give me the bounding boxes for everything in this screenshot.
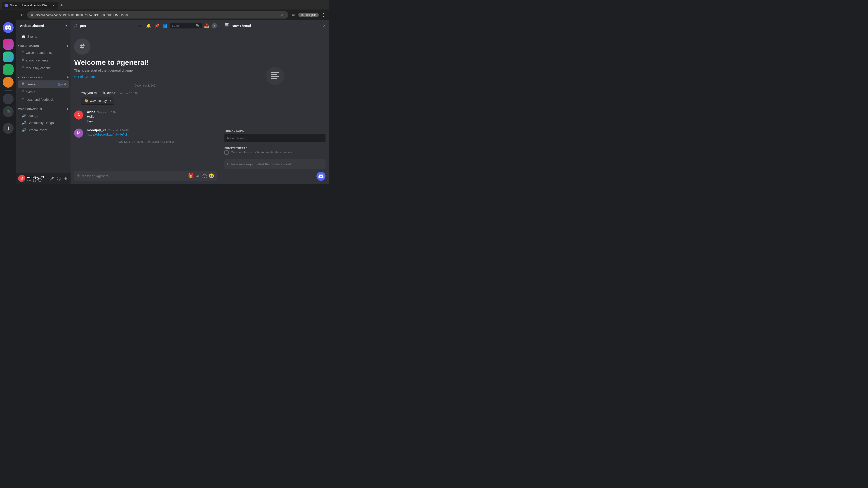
tab-close-button[interactable]: × [52,4,55,7]
server-icon-2[interactable] [3,52,13,62]
channel-name: ideas-and-feedback [26,98,54,101]
server-divider-3 [4,120,12,120]
thread-message-input[interactable] [224,159,326,169]
thread-submit-area [224,172,326,181]
private-thread-checkbox[interactable] [224,151,228,155]
server-icon-4[interactable] [3,77,13,88]
message-author: moodjoy_71 [87,128,107,132]
category-voice-channels-add[interactable]: + [66,107,69,111]
channel-general[interactable]: # general 👤+ ⚙ [18,80,69,88]
thread-large-icon [266,67,284,85]
tab-favicon [4,4,8,7]
message-anna: A Anna Today at 1:13 AM Hello! Hey [70,106,221,125]
server-icon-1[interactable] [3,39,13,50]
threads-button[interactable] [137,23,144,29]
discord-invite-link[interactable]: https://discord.gg/fffHHeY2 [87,132,127,136]
category-text-channels[interactable]: ▾ TEXT CHANNELS + [16,72,70,80]
download-button[interactable]: ⬇ [3,123,13,134]
split-screen-icon[interactable]: ⧉ [290,12,297,18]
channel-intro: # Welcome to #general! This is the start… [70,35,221,80]
channel-name: general [26,83,36,86]
back-button[interactable]: ‹ [3,12,9,18]
user-panel: M moodjoy_71 moodjoy71_0... 🎤 🎧 ⚙ [16,173,70,184]
events-icon: 📅 [22,35,26,38]
url-display: discord.com/channels/1182362010067935253… [35,13,277,17]
thread-close-button[interactable]: × [323,23,326,28]
chat-input-box: + 🎁 GIF 🖼 😀 [74,171,217,181]
join-arrow-icon: → [74,95,78,100]
user-info: moodjoy_71 moodjoy71_0... [27,175,47,182]
refresh-button[interactable]: ↻ [19,12,25,18]
speaker-icon: 🔊 [22,113,26,118]
server-header[interactable]: Artists Discord ▾ [16,20,70,31]
settings-icon[interactable]: ⚙ [64,83,67,86]
channel-this-is-my-channel[interactable]: # this-is-my-channel [18,64,69,72]
sticker-button[interactable]: 🖼 [202,173,207,178]
system-timestamp: Today at 1:12 AM [119,92,138,94]
channel-welcome-and-rules[interactable]: # welcome-and-rules [18,49,69,56]
moodjoy-message-content: moodjoy_71 Today at 11:28 PM https://dis… [87,128,217,138]
deafen-button[interactable]: 🎧 [56,175,62,182]
pin-button[interactable]: 📌 [154,23,160,29]
message-timestamp: Today at 1:13 AM [97,111,116,113]
chat-header: # gen 🔔 📌 👥 Search 🔍 📥 ? [70,20,221,31]
chat-input-area: + 🎁 GIF 🖼 😀 [70,171,221,184]
notifications-button[interactable]: 🔔 [146,23,152,29]
channel-ideas-and-feedback[interactable]: # ideas-and-feedback [18,96,69,103]
add-member-icon[interactable]: 👤+ [57,83,63,86]
channel-intro-title: Welcome to #general! [74,58,217,67]
discord-home-icon[interactable] [3,22,13,33]
inbox-button[interactable]: 📥 [204,23,210,29]
channel-events[interactable]: # events [18,88,69,96]
voice-channel-stream-room[interactable]: 🔊 Stream Room [18,127,69,133]
search-box[interactable]: Search 🔍 [170,23,202,29]
server-icon-3[interactable] [3,64,13,75]
browser-menu-button[interactable]: ⋮ [320,11,327,18]
sidebar: Artists Discord ▾ 📅 Events ▾ INFORMATION… [16,20,70,184]
speaker-icon: 🔊 [22,128,26,132]
mute-button[interactable]: 🎤 [49,175,55,182]
add-message-button[interactable]: + [77,173,80,179]
user-panel-actions: 🎤 🎧 ⚙ [49,175,69,182]
forward-button[interactable]: › [11,12,17,18]
edit-channel-button[interactable]: ✏ Edit Channel [74,75,96,78]
emoji-button[interactable]: 😀 [209,173,214,178]
sidebar-events-item[interactable]: 📅 Events [18,33,69,40]
help-button[interactable]: ? [212,23,217,29]
thread-name-input[interactable] [224,134,326,142]
server-divider-2 [4,90,12,91]
wave-button[interactable]: 👋 Wave to say hi! [81,97,114,105]
category-information[interactable]: ▾ INFORMATION + [16,40,70,49]
active-tab[interactable]: Discord | #general | Artists Disc... × [2,2,58,9]
gif-button[interactable]: GIF [195,174,200,177]
edit-icon: ✏ [74,75,77,78]
incognito-button[interactable]: 🕵 Incognito [298,13,319,17]
invite-banner: YOU SENT AN INVITE TO JOIN A SERVER [70,138,221,145]
user-settings-button[interactable]: ⚙ [62,175,69,182]
private-thread-label: PRIVATE THREAD [224,147,248,150]
server-name: Artists Discord [20,24,44,28]
discord-app: + ⊕ ⬇ Artists Discord ▾ 📅 Events ▾ INFOR… [0,20,329,184]
wave-emoji: 👋 [84,99,88,103]
date-line-right [158,86,217,86]
gift-button[interactable]: 🎁 [188,173,194,178]
message-input[interactable] [82,174,186,178]
browser-chrome: Discord | #general | Artists Disc... × +… [0,0,329,20]
voice-channel-community-hangout[interactable]: 🔊 Community Hangout [18,119,69,126]
tab-bar: Discord | #general | Artists Disc... × + [0,0,329,9]
private-thread-label-text: PRIVATE THREAD [224,147,248,150]
new-tab-button[interactable]: + [58,2,65,8]
category-text-channels-add[interactable]: + [66,75,69,79]
category-information-add[interactable]: + [66,44,69,48]
add-server-button[interactable]: + [3,94,13,104]
category-voice-channels[interactable]: VOICE CHANNELS + [16,103,70,112]
channel-announcements[interactable]: # announcements [18,57,69,64]
discover-servers-button[interactable]: ⊕ [3,106,13,117]
message-text-1: Hello! [87,114,217,119]
address-bar[interactable]: 🔒 discord.com/channels/11823620100679352… [27,11,288,19]
discord-brand-button[interactable] [316,172,326,181]
bookmark-icon[interactable]: ☆ [279,12,285,18]
voice-channel-name: Stream Room [28,128,47,132]
members-button[interactable]: 👥 [162,23,168,29]
voice-channel-lounge[interactable]: 🔊 Lounge [18,112,69,119]
